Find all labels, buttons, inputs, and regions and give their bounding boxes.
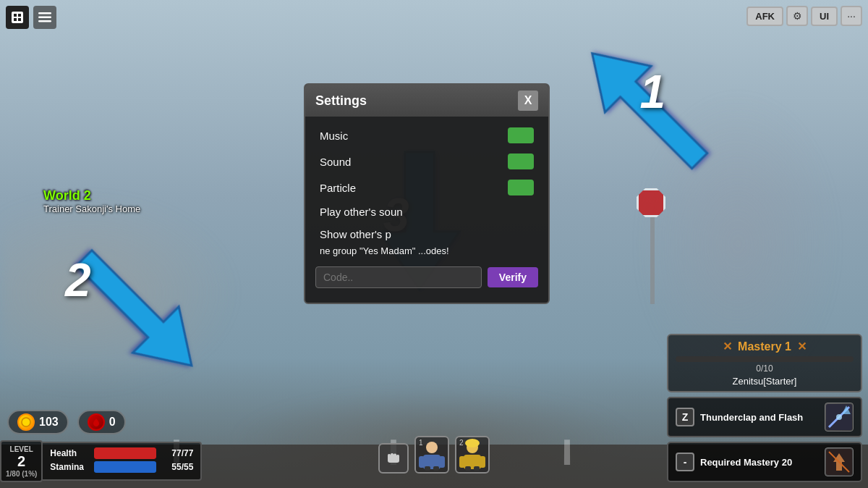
stamina-value: 55/55	[161, 462, 193, 472]
hotbar: 1 2	[378, 436, 490, 474]
ui-button[interactable]: UI	[811, 7, 838, 26]
hotbar-slot-2[interactable]: 2	[455, 436, 490, 474]
sword-right-icon: ✕	[797, 340, 807, 353]
promo-text: ne group "Yes Madam" ...odes!	[305, 245, 548, 261]
svg-rect-24	[465, 466, 471, 471]
code-row: Verify	[305, 261, 548, 297]
svg-rect-22	[459, 456, 465, 468]
sword-left-icon: ✕	[723, 340, 732, 353]
roblox-menu-button[interactable]	[33, 6, 56, 29]
skill-minus-name: Required Mastery 20	[700, 457, 819, 468]
code-input[interactable]	[315, 266, 482, 288]
gold-icon	[17, 413, 35, 431]
svg-rect-2	[18, 14, 21, 17]
skill-minus-row: - Required Mastery 20	[667, 442, 862, 482]
other-sound-row: Play other's soun	[305, 201, 548, 223]
svg-rect-12	[393, 454, 396, 459]
blood-currency: 0	[77, 410, 126, 434]
settings-header: Settings X	[305, 85, 548, 117]
skill-z-name: Thunderclap and Flash	[700, 412, 819, 423]
health-bar-bg	[94, 447, 156, 459]
svg-rect-19	[433, 466, 439, 471]
sound-label: Sound	[320, 156, 351, 168]
sound-toggle[interactable]	[508, 153, 534, 169]
world-info: World 2 Trainer Sakonji's Home	[43, 188, 140, 214]
svg-point-8	[22, 418, 30, 426]
world-location: Trainer Sakonji's Home	[43, 203, 140, 214]
settings-modal: Settings X Music Sound Particle Play oth…	[304, 83, 550, 304]
svg-point-14	[426, 442, 438, 453]
stats-bars: Health 77/77 Stamina 55/55	[43, 442, 202, 481]
svg-rect-18	[425, 466, 430, 471]
particle-row: Particle	[305, 174, 548, 201]
topbar: AFK ⚙ UI ···	[746, 6, 862, 26]
skill-z-row: Z Thunderclap and Flash	[667, 397, 862, 437]
gold-amount: 103	[39, 416, 59, 429]
level-health-bar: LEVEL 2 1/80 (1%) Health 77/77 Stamina 5…	[0, 440, 275, 482]
health-row: Health 77/77	[50, 447, 193, 459]
health-value: 77/77	[161, 448, 193, 458]
blood-icon	[88, 413, 105, 431]
svg-rect-5	[38, 12, 51, 14]
svg-rect-10	[388, 454, 391, 458]
stamina-row: Stamina 55/55	[50, 461, 193, 473]
sound-row: Sound	[305, 148, 548, 174]
music-row: Music	[305, 122, 548, 148]
hotbar-slot-1-num: 1	[419, 439, 423, 447]
other-particle-row: Show other's p	[305, 223, 548, 245]
particle-toggle[interactable]	[508, 180, 534, 195]
stamina-bar-bg	[94, 461, 156, 473]
world-name: World 2	[43, 188, 140, 203]
svg-rect-0	[12, 12, 23, 23]
settings-close-button[interactable]: X	[518, 91, 538, 111]
svg-rect-13	[396, 455, 399, 458]
currency-bar: 103 0	[0, 407, 275, 437]
svg-point-29	[836, 414, 842, 420]
hotbar-slot-2-num: 2	[459, 439, 464, 447]
stamina-bar-fill	[94, 461, 156, 473]
right-panel: ✕ Mastery 1 ✕ 0/10 Zenitsu[Starter] Z Th…	[667, 334, 862, 482]
svg-rect-23	[480, 456, 485, 468]
gold-currency: 103	[7, 410, 69, 434]
mastery-header: ✕ Mastery 1 ✕	[676, 340, 854, 353]
health-label: Health	[50, 448, 90, 458]
afk-button[interactable]: AFK	[746, 7, 783, 26]
mastery-box: ✕ Mastery 1 ✕ 0/10 Zenitsu[Starter]	[667, 334, 862, 392]
other-sound-label: Play other's soun	[320, 206, 403, 218]
svg-rect-7	[38, 20, 51, 22]
particle-label: Particle	[320, 182, 356, 194]
mastery-progress-bar	[676, 356, 854, 362]
roblox-icon	[6, 6, 29, 29]
svg-rect-25	[474, 466, 480, 471]
svg-rect-3	[14, 18, 17, 21]
skill-minus-image	[825, 447, 854, 476]
music-toggle[interactable]	[508, 127, 534, 143]
svg-rect-17	[439, 456, 445, 468]
hotbar-fist-slot[interactable]	[378, 443, 409, 474]
svg-rect-11	[391, 453, 393, 458]
mastery-character: Zenitsu[Starter]	[676, 376, 854, 387]
roblox-logo-area	[6, 6, 56, 29]
more-button[interactable]: ···	[841, 6, 862, 26]
svg-rect-6	[38, 17, 51, 19]
stamina-label: Stamina	[50, 462, 90, 472]
music-label: Music	[320, 130, 348, 142]
svg-rect-4	[18, 18, 21, 21]
bottom-left-hud: 103 0 LEVEL 2 1/80 (1%) Health 77/77 Sta…	[0, 407, 275, 482]
mastery-progress-text: 0/10	[676, 363, 854, 374]
svg-rect-1	[14, 14, 17, 17]
skill-z-key: Z	[676, 408, 694, 426]
level-label: LEVEL	[10, 445, 33, 453]
verify-button[interactable]: Verify	[488, 267, 538, 287]
xp-text: 1/80 (1%)	[6, 470, 37, 478]
skill-minus-key: -	[676, 453, 694, 471]
settings-title: Settings	[315, 93, 367, 109]
level-number: 2	[17, 453, 25, 470]
settings-body: Music Sound Particle Play other's soun S…	[305, 117, 548, 303]
health-bar-fill	[94, 447, 156, 459]
settings-icon-button[interactable]: ⚙	[786, 6, 808, 26]
other-particle-label: Show other's p	[320, 228, 391, 240]
svg-point-26	[465, 439, 480, 447]
hotbar-slot-1[interactable]: 1	[414, 436, 449, 474]
mastery-title: Mastery 1	[738, 340, 791, 353]
